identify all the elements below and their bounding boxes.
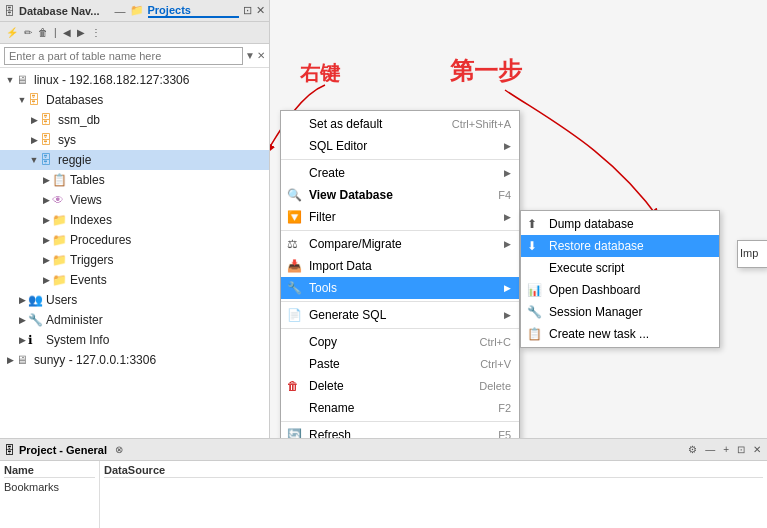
clear-icon[interactable]: ✕ xyxy=(257,50,265,61)
nav-left-btn[interactable]: ◀ xyxy=(61,26,73,39)
bottom-row-bookmarks[interactable]: Bookmarks xyxy=(4,478,95,496)
panel-header: 🗄 Database Nav... — 📁 Projects ⊡ ✕ xyxy=(0,0,269,22)
menu-item-paste[interactable]: Paste Ctrl+V xyxy=(281,353,519,375)
tree-arrow-events[interactable]: ▶ xyxy=(40,275,52,285)
menu-item-refresh[interactable]: 🔄 Refresh F5 xyxy=(281,424,519,438)
tree-icon-linux: 🖥 xyxy=(16,73,32,87)
menu-icon-refresh: 🔄 xyxy=(287,428,302,438)
tree-arrow-triggers[interactable]: ▶ xyxy=(40,255,52,265)
sub-menu-icon-dashboard: 📊 xyxy=(527,283,542,297)
menu-item-view-database[interactable]: 🔍 View Database F4 xyxy=(281,184,519,206)
tree-icon-sys: 🗄 xyxy=(40,133,56,147)
menu-icon-import: 📥 xyxy=(287,259,302,273)
sub-menu-item-restore[interactable]: ⬇ Restore database xyxy=(521,235,719,257)
bottom-close-btn[interactable]: ✕ xyxy=(751,443,763,456)
menu-arrow-filter: ▶ xyxy=(504,212,511,222)
menu-sep-3 xyxy=(281,301,519,302)
menu-label-tools: Tools xyxy=(309,281,504,295)
tree-item-administer[interactable]: ▶ 🔧 Administer xyxy=(0,310,269,330)
new-connection-btn[interactable]: ⚡ xyxy=(4,26,20,39)
menu-item-sql-editor[interactable]: SQL Editor ▶ xyxy=(281,135,519,157)
tree-arrow-administer[interactable]: ▶ xyxy=(16,315,28,325)
sub-context-menu: ⬆ Dump database ⬇ Restore database Execu… xyxy=(520,210,720,348)
close-icon[interactable]: ✕ xyxy=(256,4,265,17)
menu-label-generate: Generate SQL xyxy=(309,308,504,322)
sub-menu-item-session[interactable]: 🔧 Session Manager xyxy=(521,301,719,323)
tree-arrow-reggie[interactable]: ▼ xyxy=(28,155,40,165)
restore-icon[interactable]: ⊡ xyxy=(243,4,252,17)
tree-arrow-sunyy[interactable]: ▶ xyxy=(4,355,16,365)
tree-arrow-databases[interactable]: ▼ xyxy=(16,95,28,105)
menu-label-compare: Compare/Migrate xyxy=(309,237,504,251)
bottom-panel: 🗄 Project - General ⊗ ⚙ — + ⊡ ✕ Name Boo… xyxy=(0,438,767,528)
tree-item-indexes[interactable]: ▶ 📁 Indexes xyxy=(0,210,269,230)
tree-item-views[interactable]: ▶ 👁 Views xyxy=(0,190,269,210)
bottom-add-btn[interactable]: + xyxy=(721,443,731,456)
tree-arrow-linux[interactable]: ▼ xyxy=(4,75,16,85)
menu-item-filter[interactable]: 🔽 Filter ▶ xyxy=(281,206,519,228)
sub-menu-item-newtask[interactable]: 📋 Create new task ... xyxy=(521,323,719,345)
projects-title[interactable]: Projects xyxy=(148,4,240,18)
tree-arrow-tables[interactable]: ▶ xyxy=(40,175,52,185)
menu-item-rename[interactable]: Rename F2 xyxy=(281,397,519,419)
left-panel: 🗄 Database Nav... — 📁 Projects ⊡ ✕ ⚡ ✏ 🗑… xyxy=(0,0,270,438)
menu-item-set-default[interactable]: Set as default Ctrl+Shift+A xyxy=(281,113,519,135)
tree-label-indexes: Indexes xyxy=(70,213,112,227)
menu-icon-generate: 📄 xyxy=(287,308,302,322)
tree-item-sysinfo[interactable]: ▶ ℹ System Info xyxy=(0,330,269,350)
delete-btn[interactable]: 🗑 xyxy=(36,26,50,39)
partial-item-imp: Imp xyxy=(738,243,767,265)
sub-menu-item-dashboard[interactable]: 📊 Open Dashboard xyxy=(521,279,719,301)
menu-btn[interactable]: ⋮ xyxy=(89,26,103,39)
tree-icon-tables: 📋 xyxy=(52,173,68,187)
tree-arrow-views[interactable]: ▶ xyxy=(40,195,52,205)
tree-label-views: Views xyxy=(70,193,102,207)
bottom-restore-btn[interactable]: ⊡ xyxy=(735,443,747,456)
tree-arrow-users[interactable]: ▶ xyxy=(16,295,28,305)
tree-item-linux[interactable]: ▼ 🖥 linux - 192.168.182.127:3306 xyxy=(0,70,269,90)
menu-item-compare[interactable]: ⚖ Compare/Migrate ▶ xyxy=(281,233,519,255)
search-row: ▼ ✕ xyxy=(0,44,269,68)
menu-sep-2 xyxy=(281,230,519,231)
bottom-left-col: Name Bookmarks xyxy=(0,461,100,528)
tree-arrow-sys[interactable]: ▶ xyxy=(28,135,40,145)
menu-item-import[interactable]: 📥 Import Data xyxy=(281,255,519,277)
tree-label-procedures: Procedures xyxy=(70,233,131,247)
tree-arrow-procedures[interactable]: ▶ xyxy=(40,235,52,245)
projects-tab[interactable]: 📁 xyxy=(130,4,144,17)
bottom-minimize-btn[interactable]: — xyxy=(703,443,717,456)
tree-item-databases[interactable]: ▼ 🗄 Databases xyxy=(0,90,269,110)
bottom-settings-btn[interactable]: ⚙ xyxy=(686,443,699,456)
menu-item-copy[interactable]: Copy Ctrl+C xyxy=(281,331,519,353)
sub-menu-item-execute[interactable]: Execute script xyxy=(521,257,719,279)
menu-item-delete[interactable]: 🗑 Delete Delete xyxy=(281,375,519,397)
tree-item-events[interactable]: ▶ 📁 Events xyxy=(0,270,269,290)
menu-item-create[interactable]: Create ▶ xyxy=(281,162,519,184)
sub-menu-label-restore: Restore database xyxy=(549,239,644,253)
tree-item-ssm[interactable]: ▶ 🗄 ssm_db xyxy=(0,110,269,130)
tree-arrow-indexes[interactable]: ▶ xyxy=(40,215,52,225)
bottom-tab-icon[interactable]: ⊗ xyxy=(115,444,123,455)
minimize-icon[interactable]: — xyxy=(115,5,126,17)
separator-btn: | xyxy=(52,26,59,39)
filter-icon[interactable]: ▼ xyxy=(245,50,255,61)
tree-item-sunyy[interactable]: ▶ 🖥 sunyy - 127.0.0.1:3306 xyxy=(0,350,269,370)
edit-btn[interactable]: ✏ xyxy=(22,26,34,39)
tree-arrow-sysinfo[interactable]: ▶ xyxy=(16,335,28,345)
menu-item-generate[interactable]: 📄 Generate SQL ▶ xyxy=(281,304,519,326)
bottom-panel-title: Project - General xyxy=(19,444,107,456)
tree-item-tables[interactable]: ▶ 📋 Tables xyxy=(0,170,269,190)
sub-menu-item-dump[interactable]: ⬆ Dump database xyxy=(521,213,719,235)
search-input[interactable] xyxy=(4,47,243,65)
tree-item-users[interactable]: ▶ 👥 Users xyxy=(0,290,269,310)
tree-item-sys[interactable]: ▶ 🗄 sys xyxy=(0,130,269,150)
right-panel: 右键 第一步 Set as default Ctrl+Shift+A xyxy=(270,0,767,438)
tree-item-reggie[interactable]: ▼ 🗄 reggie xyxy=(0,150,269,170)
tree-item-triggers[interactable]: ▶ 📁 Triggers xyxy=(0,250,269,270)
tree-arrow-ssm[interactable]: ▶ xyxy=(28,115,40,125)
tree-item-procedures[interactable]: ▶ 📁 Procedures xyxy=(0,230,269,250)
menu-sep-5 xyxy=(281,421,519,422)
menu-item-tools[interactable]: 🔧 Tools ▶ xyxy=(281,277,519,299)
menu-icon-filter: 🔽 xyxy=(287,210,302,224)
nav-right-btn[interactable]: ▶ xyxy=(75,26,87,39)
